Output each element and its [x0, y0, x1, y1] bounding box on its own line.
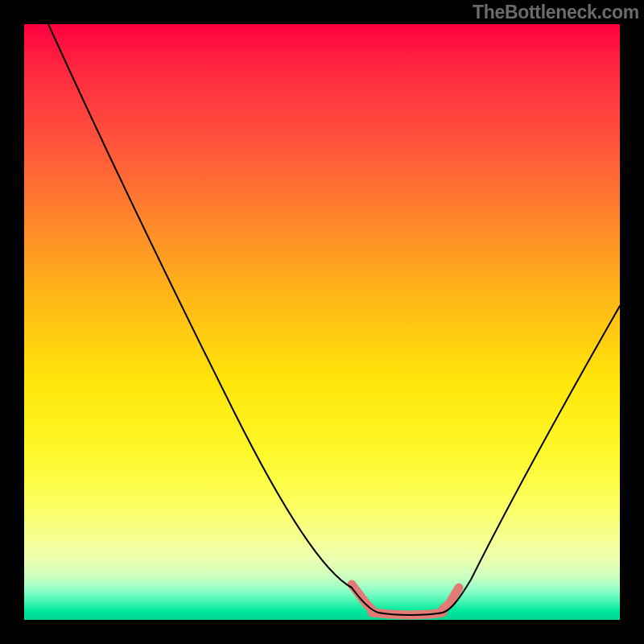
- chart-svg: [24, 24, 620, 620]
- chart-frame: TheBottleneck.com: [0, 0, 644, 644]
- bottleneck-curve: [48, 24, 620, 615]
- accent-left: [352, 584, 372, 609]
- accent-right: [443, 588, 459, 609]
- plot-area: [24, 24, 620, 620]
- watermark-text: TheBottleneck.com: [473, 2, 639, 23]
